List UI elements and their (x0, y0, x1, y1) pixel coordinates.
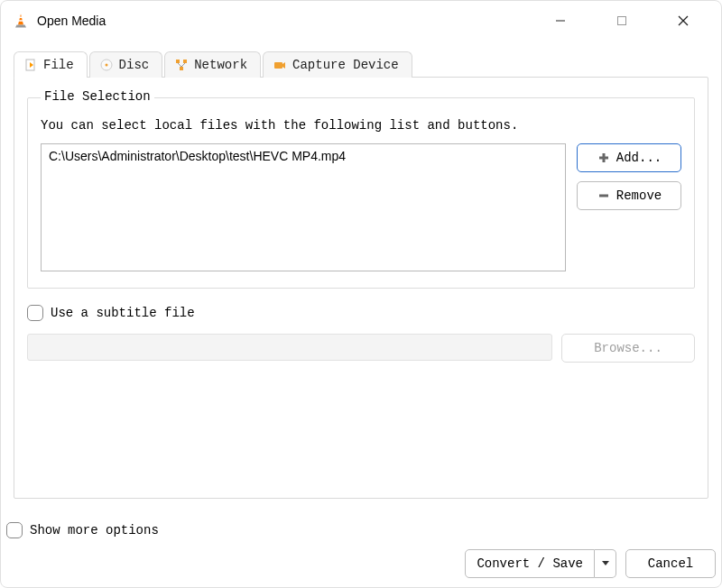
browse-label: Browse... (594, 341, 662, 355)
show-more-options-checkbox[interactable] (6, 522, 23, 538)
tab-bar: File Disc (14, 51, 708, 78)
footer-buttons: Convert / Save Cancel (6, 549, 716, 587)
svg-rect-12 (180, 67, 183, 70)
file-selection-legend: File Selection (41, 89, 154, 104)
window-controls (541, 6, 710, 35)
svg-line-14 (181, 63, 185, 67)
cancel-label: Cancel (648, 556, 693, 571)
network-icon (174, 58, 189, 72)
vlc-icon (12, 12, 30, 30)
svg-rect-3 (618, 17, 626, 25)
plus-icon (597, 151, 611, 165)
open-media-dialog: Open Media (0, 0, 722, 588)
svg-marker-20 (602, 561, 609, 565)
svg-rect-1 (19, 20, 23, 22)
chevron-down-icon (601, 556, 610, 571)
minimize-button[interactable] (541, 6, 580, 35)
svg-marker-16 (282, 62, 285, 69)
svg-rect-10 (176, 60, 180, 63)
maximize-button[interactable] (602, 6, 642, 35)
convert-save-button[interactable]: Convert / Save (465, 549, 595, 578)
bottom-area: Show more options Convert / Save Cancel (1, 506, 721, 587)
more-options-row: Show more options (6, 511, 716, 549)
close-button[interactable] (663, 6, 703, 35)
subtitle-checkbox[interactable] (27, 305, 43, 321)
svg-rect-11 (183, 60, 187, 63)
convert-save-split-button: Convert / Save (465, 549, 616, 578)
tab-label: Capture Device (292, 58, 399, 72)
file-item[interactable]: C:\Users\Administrator\Desktop\test\HEVC… (47, 148, 560, 164)
minus-icon (597, 188, 611, 203)
subtitle-path-field (27, 334, 552, 361)
tab-disc[interactable]: Disc (89, 51, 163, 78)
svg-rect-0 (19, 17, 23, 19)
show-more-options-label: Show more options (30, 523, 159, 537)
capture-icon (273, 58, 287, 72)
tab-capture-device[interactable]: Capture Device (263, 51, 412, 78)
remove-label: Remove (616, 188, 662, 203)
file-icon (23, 58, 38, 72)
cancel-button[interactable]: Cancel (625, 549, 716, 578)
tab-label: File (43, 58, 74, 72)
browse-button: Browse... (561, 334, 695, 363)
convert-save-label: Convert / Save (477, 556, 583, 571)
content-area: File Disc (1, 41, 721, 506)
subtitle-checkbox-label: Use a subtitle file (51, 306, 195, 320)
subtitle-checkbox-row: Use a subtitle file (27, 305, 695, 321)
tab-network[interactable]: Network (164, 51, 261, 78)
tab-label: Network (194, 58, 247, 72)
add-button[interactable]: Add... (577, 143, 681, 172)
svg-rect-15 (274, 62, 282, 69)
svg-line-13 (178, 63, 181, 67)
file-selection-help: You can select local files with the foll… (41, 118, 681, 133)
titlebar: Open Media (1, 1, 721, 41)
remove-button[interactable]: Remove (577, 181, 681, 210)
tab-panel-file: File Selection You can select local file… (14, 77, 708, 499)
convert-save-dropdown[interactable] (595, 549, 616, 578)
tab-label: Disc (119, 58, 150, 72)
window-title: Open Media (37, 14, 106, 28)
subtitle-browse-row: Browse... (27, 334, 695, 363)
add-label: Add... (616, 151, 662, 165)
svg-point-9 (105, 64, 107, 67)
disc-icon (99, 58, 114, 72)
tab-file[interactable]: File (14, 51, 88, 78)
file-list[interactable]: C:\Users\Administrator\Desktop\test\HEVC… (41, 143, 566, 271)
file-selection-group: File Selection You can select local file… (27, 97, 695, 289)
